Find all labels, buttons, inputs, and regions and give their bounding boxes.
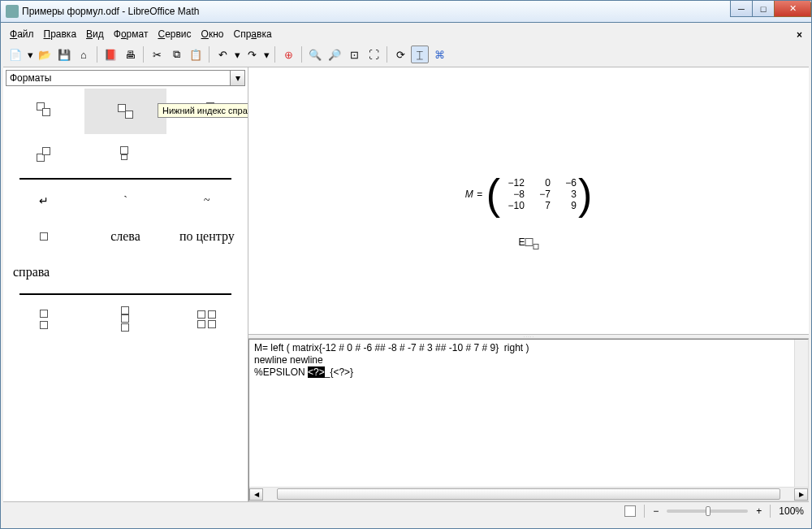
scrollbar-vertical[interactable] xyxy=(794,340,808,487)
palette-divider xyxy=(19,178,231,180)
palette-item-sup-left[interactable] xyxy=(3,89,84,134)
zoom-minus[interactable]: − xyxy=(653,505,659,517)
cursor-button[interactable]: ⌶ xyxy=(411,46,429,63)
separator xyxy=(301,46,302,63)
palette-row: справа xyxy=(3,254,248,290)
palette-item-align-center[interactable]: по центру xyxy=(166,219,248,254)
save-status-icon[interactable] xyxy=(624,505,636,517)
window-controls: ─ □ ✕ xyxy=(731,1,811,17)
palette-item-gap[interactable]: ~ xyxy=(166,183,248,219)
palette-row: ↵ ` ~ xyxy=(3,183,248,219)
menu-bar: Файл Правка Вид Формат Сервис Окно Справ… xyxy=(3,26,809,42)
placeholder-icon xyxy=(525,238,533,246)
menu-edit[interactable]: Правка xyxy=(41,27,80,41)
matrix: ( −120−6 −8−73 −1079 ) xyxy=(486,173,593,215)
redo-dropdown[interactable]: ▾ xyxy=(262,46,270,63)
palette-item-stack[interactable] xyxy=(3,298,84,339)
app-icon xyxy=(6,5,19,18)
menu-format[interactable]: Формат xyxy=(110,27,152,41)
undo-dropdown[interactable]: ▾ xyxy=(233,46,241,63)
palette-row: слева по центру xyxy=(3,219,248,254)
separator xyxy=(274,46,275,63)
scroll-left-icon[interactable]: ◀ xyxy=(249,488,263,501)
menu-file[interactable]: Файл xyxy=(6,27,37,41)
palette-divider xyxy=(19,293,231,295)
palette-empty xyxy=(170,254,248,290)
symbols-button[interactable]: ⌘ xyxy=(430,46,448,63)
placeholder-icon xyxy=(533,244,539,249)
epsilon-display: E xyxy=(518,234,538,251)
maximize-button[interactable]: □ xyxy=(752,1,775,17)
palette-item-nospace[interactable] xyxy=(3,219,84,254)
open-button[interactable]: 📂 xyxy=(36,46,54,63)
separator xyxy=(97,46,97,63)
copy-button[interactable]: ⧉ xyxy=(167,46,185,63)
zoom-slider[interactable] xyxy=(667,509,748,513)
zoom-plus[interactable]: + xyxy=(756,505,762,517)
palette-item-newline[interactable]: ↵ xyxy=(3,183,84,219)
paste-button[interactable]: 📋 xyxy=(187,46,205,63)
palette-item-align-left[interactable]: слева xyxy=(84,219,166,254)
palette-item-sub-right[interactable] xyxy=(84,89,166,134)
window-title: Примеры формул.odf - LibreOffice Math xyxy=(22,6,199,17)
scrollbar-horizontal[interactable]: ◀ ▶ xyxy=(249,487,808,501)
code-text[interactable]: M= left ( matrix{-12 # 0 # -6 ## -8 # -7… xyxy=(249,340,794,487)
status-bar: − + 100% xyxy=(3,501,809,519)
menu-tools[interactable]: Сервис xyxy=(154,27,194,41)
palette-item-stack3[interactable] xyxy=(84,298,166,339)
workspace: ▾ xyxy=(3,67,809,501)
category-combo[interactable]: ▾ xyxy=(6,70,245,86)
separator xyxy=(644,505,645,518)
palette-item-align-right[interactable]: справа xyxy=(3,254,91,290)
new-dropdown[interactable]: ▾ xyxy=(26,46,34,63)
paren-left: ( xyxy=(486,173,500,215)
var-m: M xyxy=(465,189,473,200)
app-frame: Файл Правка Вид Формат Сервис Окно Справ… xyxy=(0,23,812,529)
palette-empty xyxy=(91,254,169,290)
separator xyxy=(209,46,209,63)
formula-display: M = ( −120−6 −8−73 −1079 ) xyxy=(465,173,593,215)
palette-item-matrix[interactable] xyxy=(166,298,248,339)
palette-item[interactable] xyxy=(166,134,248,175)
formula-canvas[interactable]: M = ( −120−6 −8−73 −1079 ) E xyxy=(248,67,809,334)
zoom-fit-button[interactable]: ⛶ xyxy=(365,46,382,63)
save-button[interactable]: 💾 xyxy=(55,46,73,63)
menu-view[interactable]: Вид xyxy=(83,27,107,41)
help-button[interactable]: ⊕ xyxy=(279,46,297,63)
doc-close-icon[interactable]: × xyxy=(793,28,806,42)
zoom-out-button[interactable]: 🔎 xyxy=(326,46,343,63)
zoom-in-button[interactable]: 🔍 xyxy=(306,46,324,63)
elements-panel: ▾ xyxy=(3,67,248,501)
scrollbar-thumb[interactable] xyxy=(277,488,780,500)
scroll-right-icon[interactable]: ▶ xyxy=(794,488,808,501)
canvas-area: M = ( −120−6 −8−73 −1079 ) E xyxy=(248,67,809,501)
category-input[interactable] xyxy=(6,70,231,86)
print-button[interactable]: 🖶 xyxy=(121,46,139,63)
undo-button[interactable]: ↶ xyxy=(214,46,231,63)
refresh-button[interactable]: ⟳ xyxy=(391,46,409,63)
slider-knob[interactable] xyxy=(706,506,710,516)
minimize-button[interactable]: ─ xyxy=(730,1,753,17)
title-bar: Примеры формул.odf - LibreOffice Math ─ … xyxy=(0,0,812,23)
home-button[interactable]: ⌂ xyxy=(75,46,93,63)
palette-row: Нижний индекс справа xyxy=(3,134,248,175)
palette-item-sub-below[interactable] xyxy=(84,134,166,175)
matrix-body: −120−6 −8−73 −1079 xyxy=(500,177,578,211)
toolbar: 📄 ▾ 📂 💾 ⌂ 📕 🖶 ✂ ⧉ 📋 ↶ ▾ ↷ ▾ ⊕ 🔍 🔎 ⊡ ⛶ ⟳ … xyxy=(3,42,809,67)
palette-item-sub-left[interactable] xyxy=(3,134,84,175)
zoom-100-button[interactable]: ⊡ xyxy=(345,46,363,63)
zoom-value[interactable]: 100% xyxy=(779,505,804,517)
equals-sign: = xyxy=(477,189,482,200)
new-button[interactable]: 📄 xyxy=(6,46,24,63)
chevron-down-icon[interactable]: ▾ xyxy=(231,70,245,86)
export-pdf-button[interactable]: 📕 xyxy=(102,46,119,63)
menu-help[interactable]: Справка xyxy=(230,27,274,41)
menu-window[interactable]: Окно xyxy=(198,27,227,41)
separator xyxy=(387,46,387,63)
redo-button[interactable]: ↷ xyxy=(243,46,261,63)
palette-row xyxy=(3,298,248,339)
palette: Нижний индекс справа ↵ ` ~ слева по цент… xyxy=(3,89,248,501)
close-button[interactable]: ✕ xyxy=(774,1,811,17)
palette-item-small-gap[interactable]: ` xyxy=(84,183,166,219)
cut-button[interactable]: ✂ xyxy=(148,46,166,63)
